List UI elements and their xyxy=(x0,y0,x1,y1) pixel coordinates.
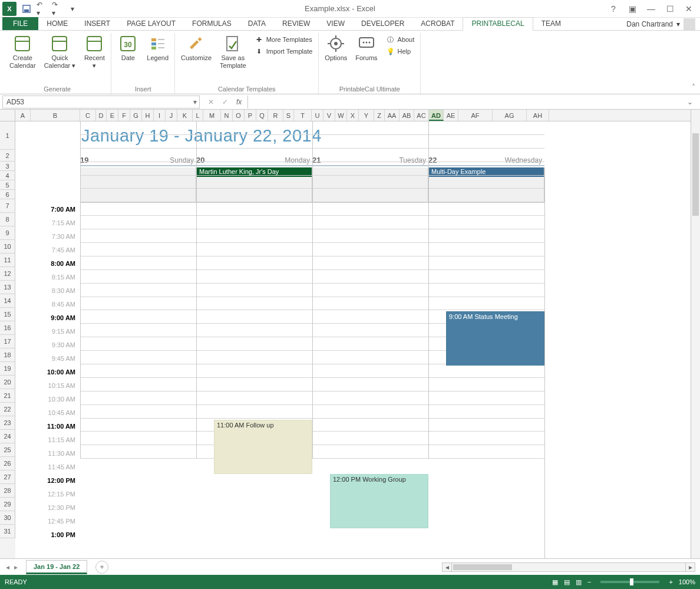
view-page-break-icon[interactable]: ▥ xyxy=(576,578,582,586)
tab-acrobat[interactable]: ACROBAT xyxy=(412,18,463,30)
cancel-formula-icon[interactable]: ✕ xyxy=(208,98,214,106)
legend-button[interactable]: Legend xyxy=(146,33,170,63)
tab-formulas[interactable]: FORMULAS xyxy=(184,18,240,30)
row-header[interactable]: 6 xyxy=(0,190,15,199)
row-header[interactable]: 22 xyxy=(0,403,15,416)
row-header[interactable]: 12 xyxy=(0,267,15,281)
row-header[interactable]: 4 xyxy=(0,171,15,180)
tab-home[interactable]: HOME xyxy=(38,18,76,30)
collapse-ribbon-icon[interactable]: ˄ xyxy=(692,83,695,91)
tab-review[interactable]: REVIEW xyxy=(274,18,318,30)
col-header[interactable]: M xyxy=(203,110,221,121)
forums-button[interactable]: Forums xyxy=(354,33,378,63)
redo-icon[interactable]: ↷ ▾ xyxy=(52,4,62,14)
row-header[interactable]: 1 xyxy=(0,121,15,150)
maximize-icon[interactable]: ☐ xyxy=(665,4,675,14)
help-button[interactable]: 💡Help xyxy=(385,46,416,57)
col-header[interactable]: X xyxy=(347,110,359,121)
col-header[interactable]: Y xyxy=(359,110,374,121)
account-menu[interactable]: Dan Chartrand ▾ xyxy=(626,18,700,30)
calendar-event[interactable]: 12:00 PM Working Group xyxy=(330,474,428,528)
col-header[interactable]: Z xyxy=(374,110,385,121)
row-header[interactable]: 25 xyxy=(0,443,15,457)
day-column[interactable] xyxy=(80,121,196,459)
day-column[interactable] xyxy=(428,121,544,459)
col-header[interactable]: R xyxy=(268,110,283,121)
add-sheet-button[interactable]: ＋ xyxy=(95,561,108,574)
quick-calendar-button[interactable]: QuickCalendar ▾ xyxy=(43,33,77,70)
zoom-in-icon[interactable]: + xyxy=(669,578,672,585)
col-header[interactable]: S xyxy=(283,110,294,121)
vertical-scrollbar[interactable] xyxy=(691,110,700,558)
import-template-button[interactable]: ⬇Import Template xyxy=(253,46,314,57)
row-header[interactable]: 17 xyxy=(0,335,15,348)
row-header[interactable]: 13 xyxy=(0,281,15,294)
calendar-event[interactable]: 9:00 AM Status Meeting xyxy=(446,311,544,366)
save-as-template-button[interactable]: Save asTemplate xyxy=(219,33,247,70)
row-header[interactable]: 31 xyxy=(0,525,15,538)
zoom-out-icon[interactable]: − xyxy=(587,578,591,585)
sheet-nav-next-icon[interactable]: ▸ xyxy=(14,563,18,571)
day-column[interactable] xyxy=(312,121,428,459)
minimize-icon[interactable]: — xyxy=(646,4,656,14)
accept-formula-icon[interactable]: ✓ xyxy=(222,98,228,106)
col-header[interactable]: W xyxy=(335,110,347,121)
options-button[interactable]: Options xyxy=(323,33,348,63)
tab-file[interactable]: FILE xyxy=(2,17,38,30)
horizontal-scrollbar[interactable]: ◂ ▸ xyxy=(442,562,695,572)
tab-view[interactable]: VIEW xyxy=(318,18,353,30)
row-header[interactable]: 16 xyxy=(0,321,15,335)
view-page-layout-icon[interactable]: ▤ xyxy=(564,578,570,586)
help-icon[interactable]: ? xyxy=(608,4,619,14)
col-header[interactable]: K xyxy=(177,110,193,121)
col-header[interactable]: D xyxy=(96,110,107,121)
col-header[interactable]: U xyxy=(312,110,323,121)
col-header[interactable]: AB xyxy=(399,110,414,121)
row-header[interactable]: 10 xyxy=(0,240,15,254)
expand-formula-bar-icon[interactable]: ⌄ xyxy=(687,98,696,106)
row-header[interactable]: 19 xyxy=(0,362,15,376)
sheet-nav-prev-icon[interactable]: ◂ xyxy=(6,563,9,571)
col-header[interactable]: AF xyxy=(458,110,493,121)
row-header[interactable]: 2 xyxy=(0,150,15,162)
row-header[interactable]: 26 xyxy=(0,457,15,470)
col-header[interactable]: V xyxy=(323,110,335,121)
col-header[interactable]: E xyxy=(107,110,118,121)
row-header[interactable]: 8 xyxy=(0,213,15,226)
formula-bar[interactable]: ⌄ xyxy=(250,96,700,108)
col-header[interactable]: AC xyxy=(414,110,429,121)
undo-icon[interactable]: ↶ ▾ xyxy=(37,4,47,14)
row-header[interactable]: 28 xyxy=(0,484,15,498)
row-header[interactable]: 15 xyxy=(0,308,15,321)
row-header[interactable]: 24 xyxy=(0,430,15,443)
col-header[interactable]: AG xyxy=(493,110,527,121)
cells-area[interactable]: January 19 - January 22, 2014 19Sunday20… xyxy=(15,121,700,558)
col-header[interactable]: F xyxy=(118,110,130,121)
col-header[interactable]: J xyxy=(166,110,177,121)
col-header[interactable]: P xyxy=(245,110,256,121)
chevron-down-icon[interactable]: ▾ xyxy=(193,98,197,106)
qat-customize-icon[interactable]: ▾ xyxy=(67,4,78,14)
row-header[interactable]: 23 xyxy=(0,416,15,430)
col-header[interactable]: I xyxy=(154,110,166,121)
tab-data[interactable]: DATA xyxy=(240,18,274,30)
col-header[interactable]: Q xyxy=(256,110,268,121)
col-header[interactable]: A xyxy=(15,110,31,121)
col-header[interactable]: C xyxy=(80,110,96,121)
row-header[interactable]: 27 xyxy=(0,470,15,484)
tab-insert[interactable]: INSERT xyxy=(76,18,118,30)
date-button[interactable]: 30Date xyxy=(116,33,140,63)
col-header[interactable]: O xyxy=(233,110,245,121)
col-header[interactable]: T xyxy=(294,110,312,121)
row-header[interactable]: 9 xyxy=(0,226,15,240)
row-header[interactable]: 18 xyxy=(0,348,15,362)
view-normal-icon[interactable]: ▦ xyxy=(552,578,558,586)
row-header[interactable]: 29 xyxy=(0,498,15,511)
row-header[interactable]: 20 xyxy=(0,376,15,389)
col-header[interactable]: H xyxy=(142,110,154,121)
select-all-button[interactable] xyxy=(0,110,15,121)
ribbon-display-icon[interactable]: ▣ xyxy=(627,4,638,14)
row-header[interactable]: 5 xyxy=(0,180,15,190)
row-header[interactable]: 11 xyxy=(0,254,15,267)
name-box[interactable]: AD53 ▾ xyxy=(2,96,200,108)
